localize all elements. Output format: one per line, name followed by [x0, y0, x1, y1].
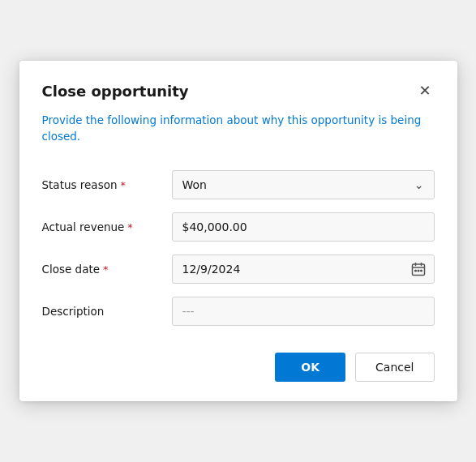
status-reason-control-wrapper: Won ⌄	[172, 170, 435, 199]
description-label: Description	[42, 305, 172, 318]
svg-point-5	[418, 270, 419, 272]
close-icon: ✕	[418, 83, 431, 98]
calendar-picker-button[interactable]	[403, 257, 434, 281]
close-date-input[interactable]	[173, 256, 403, 282]
svg-point-6	[420, 270, 422, 272]
required-star-status: *	[121, 179, 127, 191]
cancel-button[interactable]: Cancel	[355, 353, 434, 382]
status-reason-dropdown[interactable]: Won ⌄	[172, 170, 435, 199]
close-dialog-button[interactable]: ✕	[415, 80, 434, 101]
status-reason-row: Status reason * Won ⌄	[42, 164, 435, 206]
description-row: Description	[42, 290, 435, 332]
dialog-overlay: Close opportunity ✕ Provide the followin…	[0, 0, 476, 462]
dialog-footer: OK Cancel	[42, 333, 435, 382]
ok-button[interactable]: OK	[275, 353, 345, 382]
required-star-revenue: *	[127, 221, 133, 233]
actual-revenue-input[interactable]	[172, 212, 435, 242]
calendar-icon	[411, 262, 426, 276]
close-date-row: Close date *	[42, 248, 435, 290]
description-input[interactable]	[172, 297, 435, 326]
chevron-down-icon: ⌄	[414, 178, 424, 191]
actual-revenue-control-wrapper	[172, 212, 435, 242]
actual-revenue-row: Actual revenue *	[42, 206, 435, 248]
close-date-label: Close date *	[42, 263, 172, 276]
status-reason-label: Status reason *	[42, 178, 172, 191]
required-star-date: *	[103, 263, 109, 276]
status-reason-value: Won	[182, 178, 207, 191]
form-fields: Status reason * Won ⌄ Actual revenue *	[42, 164, 435, 332]
dialog-subtitle: Provide the following information about …	[42, 113, 435, 144]
svg-point-4	[414, 270, 416, 272]
close-date-control-wrapper	[172, 255, 435, 284]
dialog-header: Close opportunity ✕	[42, 80, 435, 101]
description-control-wrapper	[172, 297, 435, 326]
dialog-title: Close opportunity	[42, 83, 189, 100]
actual-revenue-label: Actual revenue *	[42, 220, 172, 233]
close-opportunity-dialog: Close opportunity ✕ Provide the followin…	[19, 61, 457, 401]
close-date-wrapper	[172, 255, 435, 284]
